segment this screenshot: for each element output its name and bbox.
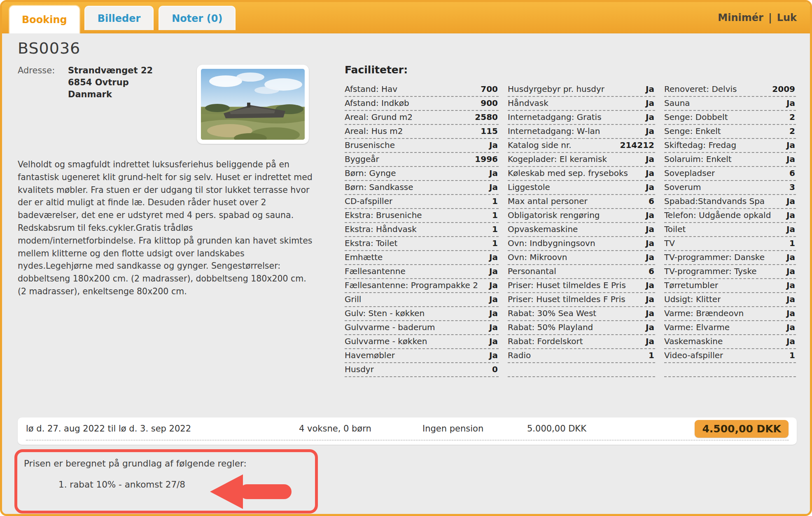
facility-row: Sovepladser 6: [664, 167, 796, 181]
facility-label: Fællesantenne: [345, 266, 406, 276]
facility-label: TV-programmer: Danske: [664, 252, 765, 262]
facility-value: 6: [645, 196, 654, 206]
facility-row: Soverum 3: [664, 181, 796, 195]
facility-row: CD-afspiller 1: [345, 195, 499, 209]
facility-label: Priser: Huset tilmeldes F Pris: [508, 294, 625, 304]
facility-value: Ja: [783, 266, 795, 276]
facility-row: TV-programmer: Tyske Ja: [664, 265, 796, 279]
facility-label: Havemøbler: [345, 350, 395, 360]
facility-value: 1: [489, 224, 498, 234]
booking-period: lø d. 27. aug 2022 til lø d. 3. sep 2022: [26, 424, 299, 434]
facility-row: Liggestole Ja: [508, 181, 655, 195]
facility-label: Sovepladser: [664, 168, 715, 178]
facility-label: Priser: Huset tilmeldes E Pris: [508, 280, 626, 290]
facility-row: Fællesantenne: Programpakke 2 Ja: [345, 279, 499, 293]
facility-value: 3: [786, 182, 795, 192]
tab-strip: Booking Billeder Noter (0): [9, 6, 236, 33]
facility-value: 6: [786, 168, 795, 178]
facility-row: Opvaskemaskine Ja: [508, 223, 655, 237]
facility-row: Internetadgang: Gratis Ja: [508, 111, 655, 125]
facility-row: Rabat: Fordelskort Ja: [508, 335, 655, 349]
facility-label: TV-programmer: Tyske: [664, 266, 757, 276]
facility-row: Emhætte Ja: [345, 251, 499, 265]
facility-row: TV 1: [664, 237, 796, 251]
facility-label: Ovn: Mikroovn: [508, 252, 567, 262]
facility-value: Ja: [783, 280, 795, 290]
close-button[interactable]: Luk: [777, 12, 797, 23]
facility-row: Børn: Gynge Ja: [345, 167, 499, 181]
facility-label: Opvaskemaskine: [508, 224, 578, 234]
facility-row: Varme: Elvarme Ja: [664, 321, 796, 335]
facility-row: Senge: Enkelt 2: [664, 125, 796, 139]
facility-row: Afstand: Hav 700: [345, 83, 499, 97]
facility-row: Senge: Dobbelt 2: [664, 111, 796, 125]
facility-value: 2: [786, 126, 795, 136]
facility-row: Renoveret: Delvis 2009: [664, 83, 796, 97]
tab-booking[interactable]: Booking: [9, 6, 79, 33]
facility-label: Solaruim: Enkelt: [664, 154, 732, 164]
facility-value: Ja: [642, 168, 654, 178]
facility-value: Ja: [642, 308, 654, 318]
facilities-grid: Afstand: Hav 700 Afstand: Indkøb 900 Are…: [345, 83, 796, 377]
facility-value: 1996: [471, 154, 498, 164]
facility-label: Brusenische: [345, 140, 395, 150]
facility-label: Sauna: [664, 98, 690, 108]
facility-label: Håndvask: [508, 98, 548, 108]
facility-label: Emhætte: [345, 252, 383, 262]
facility-label: Tørretumbler: [664, 280, 718, 290]
facility-label: Areal: Grund m2: [345, 112, 413, 122]
facility-label: Afstand: Indkøb: [345, 98, 409, 108]
facility-row: Toilet Ja: [664, 223, 796, 237]
facility-label: Ekstra: Toilet: [345, 238, 397, 248]
facility-row: Kogeplader: El keramisk Ja: [508, 153, 655, 167]
facility-value: Ja: [642, 126, 654, 136]
facility-row: Sauna Ja: [664, 97, 796, 111]
facility-row: Håndvask Ja: [508, 97, 655, 111]
facility-label: Vaskemaskine: [664, 336, 723, 346]
facility-row: Husdyr 0: [345, 363, 499, 377]
facility-row: Areal: Grund m2 2580: [345, 111, 499, 125]
facility-label: Renoveret: Delvis: [664, 84, 737, 94]
facility-value: Ja: [486, 252, 498, 262]
facility-label: Spabad:Standvands Spa: [664, 196, 765, 206]
property-description: Velholdt og smagfuldt indrettet luksusfe…: [18, 158, 313, 298]
facility-label: Senge: Enkelt: [664, 126, 721, 136]
facility-value: Ja: [642, 322, 654, 332]
facility-row: Ekstra: Toilet 1: [345, 237, 499, 251]
tab-billeder[interactable]: Billeder: [84, 6, 154, 30]
booking-tab-content: BS0036 Adresse: Strandvænget 226854 Ovtr…: [2, 33, 810, 514]
facility-label: Toilet: [664, 224, 686, 234]
booking-summary-bar: lø d. 27. aug 2022 til lø d. 3. sep 2022…: [18, 417, 797, 445]
facilities-column-3: Renoveret: Delvis 2009 Sauna Ja Senge: D…: [664, 83, 796, 377]
facility-label: Køleskab med sep. fryseboks: [508, 168, 628, 178]
facility-label: Ekstra: Bruseniche: [345, 210, 422, 220]
facility-value: Ja: [642, 154, 654, 164]
minimize-button[interactable]: Minimér: [718, 12, 763, 23]
facility-row: Vaskemaskine Ja: [664, 335, 796, 349]
facility-value: Ja: [642, 182, 654, 192]
property-code-title: BS0036: [18, 39, 80, 57]
tab-noter[interactable]: Noter (0): [159, 6, 236, 30]
booking-list-price: 5.000,00 DKK: [527, 424, 695, 434]
facility-row: TV-programmer: Danske Ja: [664, 251, 796, 265]
facility-row: Gulv: Sten - køkken Ja: [345, 307, 499, 321]
facility-value: Ja: [486, 308, 498, 318]
facility-row: Areal: Hus m2 115: [345, 125, 499, 139]
booking-app-window: Booking Billeder Noter (0) Minimér | Luk…: [0, 0, 812, 516]
facility-value: 700: [477, 84, 498, 94]
left-arrow-icon: [210, 473, 294, 511]
facility-label: Udsigt: Klitter: [664, 294, 721, 304]
facility-label: Internetadgang: W-lan: [508, 126, 600, 136]
facility-value: 0: [489, 364, 498, 374]
facility-value: Ja: [642, 294, 654, 304]
facility-row: Havemøbler Ja: [345, 349, 499, 363]
summerhouse-photo-illustration: [201, 69, 305, 140]
facility-row: Udsigt: Klitter Ja: [664, 293, 796, 307]
address-line: 6854 Ovtrup: [68, 77, 153, 89]
booking-occupancy: 4 voksne, 0 børn: [299, 424, 422, 434]
booking-summary-row: lø d. 27. aug 2022 til lø d. 3. sep 2022…: [26, 417, 789, 441]
facility-row: Obligatorisk rengøring Ja: [508, 209, 655, 223]
facility-value: 1: [645, 350, 654, 360]
facility-row: [664, 363, 796, 377]
controls-separator: |: [768, 12, 772, 23]
